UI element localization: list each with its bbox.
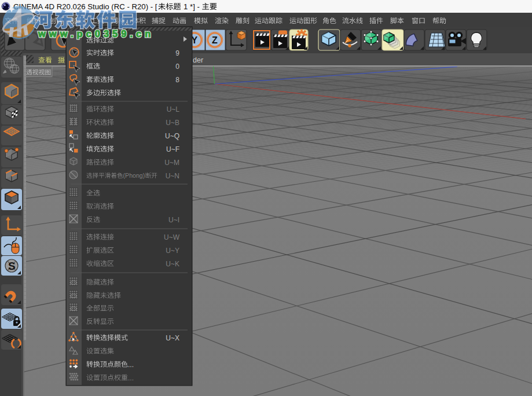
svg-text:U~X: U~X (166, 334, 179, 342)
svg-text:...: ... (128, 361, 134, 369)
svg-text:8: 8 (175, 76, 179, 84)
svg-text:1 *] -: 1 *] - (184, 2, 200, 11)
svg-text:(Phong): (Phong) (123, 172, 145, 179)
svg-text:U~Y: U~Y (166, 247, 179, 255)
svg-text:U~B: U~B (166, 119, 179, 127)
svg-text:U~W: U~W (164, 233, 180, 241)
svg-text:S: S (8, 260, 16, 272)
svg-text:U~N: U~N (166, 172, 179, 180)
svg-text:www.pc0359.cn: www.pc0359.cn (38, 28, 154, 39)
svg-text:U~I: U~I (168, 216, 179, 224)
svg-text:U~K: U~K (166, 260, 179, 268)
svg-text:0: 0 (175, 63, 179, 71)
svg-text:U~L: U~L (167, 105, 180, 113)
svg-text:...: ... (128, 374, 134, 382)
svg-text:U~M: U~M (164, 159, 179, 167)
svg-text:U~Q: U~Q (165, 132, 179, 140)
svg-text:der: der (193, 56, 203, 64)
svg-text:9: 9 (175, 49, 179, 57)
svg-text:CINEMA 4D R20.026 Studio (RC -: CINEMA 4D R20.026 Studio (RC - R20) - [ (13, 2, 157, 11)
svg-text:Z: Z (212, 35, 218, 45)
svg-text:U~F: U~F (166, 145, 179, 153)
